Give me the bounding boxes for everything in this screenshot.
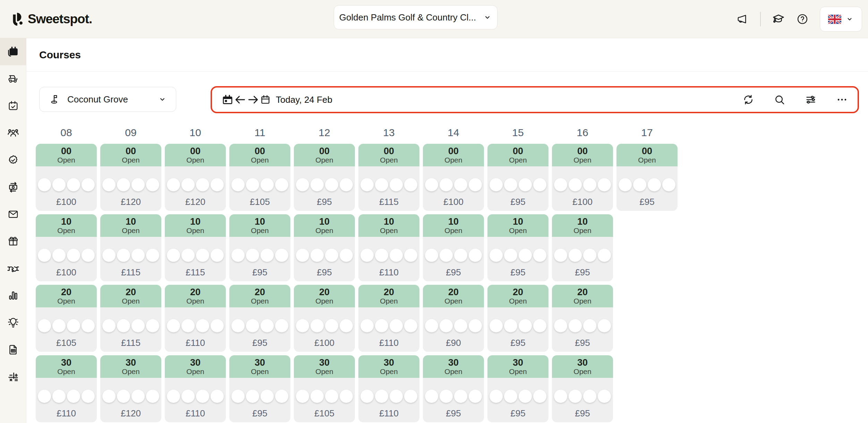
player-slot[interactable] — [131, 390, 145, 403]
player-slot[interactable] — [261, 249, 274, 262]
player-slot[interactable] — [102, 390, 116, 403]
tee-time-card[interactable]: 20Open£110 — [358, 285, 419, 352]
player-slot[interactable] — [102, 249, 116, 262]
player-slot[interactable] — [454, 319, 467, 332]
calendar-today-icon[interactable] — [222, 94, 233, 106]
sidebar-item-memberships[interactable] — [0, 147, 26, 174]
player-slot[interactable] — [296, 319, 309, 332]
filter-sliders-icon[interactable] — [805, 94, 817, 106]
tee-time-card[interactable]: 10Open£110 — [358, 214, 419, 281]
player-slot[interactable] — [131, 178, 145, 191]
player-slot[interactable] — [52, 178, 66, 191]
player-slot[interactable] — [261, 390, 274, 403]
tee-time-card[interactable]: 10Open£115 — [100, 214, 161, 281]
tee-time-card[interactable]: 10Open£95 — [487, 214, 548, 281]
tee-time-card[interactable]: 20Open£90 — [423, 285, 484, 352]
player-slot[interactable] — [52, 249, 66, 262]
graduation-cap-icon[interactable] — [772, 13, 785, 26]
player-slot[interactable] — [425, 249, 438, 262]
player-slot[interactable] — [425, 319, 438, 332]
player-slot[interactable] — [633, 178, 646, 191]
more-options-icon[interactable] — [836, 94, 848, 106]
player-slot[interactable] — [533, 319, 546, 332]
tee-time-card[interactable]: 20Open£95 — [552, 285, 613, 352]
player-slot[interactable] — [67, 319, 80, 332]
tee-time-card[interactable]: 30Open£95 — [229, 355, 290, 422]
player-slot[interactable] — [390, 178, 403, 191]
player-slot[interactable] — [167, 319, 180, 332]
previous-day-arrow-icon[interactable] — [233, 93, 247, 106]
player-slot[interactable] — [454, 249, 467, 262]
player-slot[interactable] — [569, 390, 582, 403]
player-slot[interactable] — [82, 178, 95, 191]
player-slot[interactable] — [533, 249, 546, 262]
tee-time-card[interactable]: 30Open£110 — [165, 355, 226, 422]
player-slot[interactable] — [360, 249, 374, 262]
player-slot[interactable] — [440, 319, 453, 332]
tee-time-card[interactable]: 20Open£115 — [100, 285, 161, 352]
player-slot[interactable] — [296, 390, 309, 403]
player-slot[interactable] — [181, 390, 195, 403]
player-slot[interactable] — [583, 319, 596, 332]
player-slot[interactable] — [275, 178, 288, 191]
tee-time-card[interactable]: 00Open£105 — [229, 144, 290, 211]
player-slot[interactable] — [504, 319, 517, 332]
tee-time-card[interactable]: 10Open£95 — [552, 214, 613, 281]
player-slot[interactable] — [146, 249, 159, 262]
player-slot[interactable] — [310, 390, 324, 403]
player-slot[interactable] — [404, 319, 417, 332]
tee-time-card[interactable]: 10Open£95 — [294, 214, 355, 281]
player-slot[interactable] — [569, 249, 582, 262]
player-slot[interactable] — [275, 249, 288, 262]
player-slot[interactable] — [296, 178, 309, 191]
player-slot[interactable] — [340, 390, 353, 403]
player-slot[interactable] — [490, 319, 503, 332]
player-slot[interactable] — [519, 319, 532, 332]
player-slot[interactable] — [469, 319, 482, 332]
player-slot[interactable] — [196, 390, 209, 403]
sidebar-item-insights[interactable] — [0, 309, 26, 336]
sidebar-item-members[interactable] — [0, 119, 26, 147]
player-slot[interactable] — [196, 178, 209, 191]
player-slot[interactable] — [454, 390, 467, 403]
player-slot[interactable] — [469, 249, 482, 262]
player-slot[interactable] — [196, 319, 209, 332]
player-slot[interactable] — [440, 178, 453, 191]
player-slot[interactable] — [310, 249, 324, 262]
player-slot[interactable] — [375, 319, 388, 332]
refresh-icon[interactable] — [742, 94, 754, 106]
player-slot[interactable] — [469, 178, 482, 191]
player-slot[interactable] — [167, 178, 180, 191]
player-slot[interactable] — [102, 178, 116, 191]
player-slot[interactable] — [52, 390, 66, 403]
player-slot[interactable] — [519, 390, 532, 403]
player-slot[interactable] — [340, 319, 353, 332]
player-slot[interactable] — [181, 319, 195, 332]
player-slot[interactable] — [390, 319, 403, 332]
player-slot[interactable] — [360, 178, 374, 191]
player-slot[interactable] — [519, 178, 532, 191]
player-slot[interactable] — [38, 178, 51, 191]
club-selector[interactable]: Golden Palms Golf & Country Cl... — [334, 5, 497, 30]
tee-time-card[interactable]: 30Open£110 — [358, 355, 419, 422]
help-icon[interactable] — [796, 13, 809, 25]
player-slot[interactable] — [211, 249, 224, 262]
player-slot[interactable] — [67, 178, 80, 191]
player-slot[interactable] — [360, 319, 374, 332]
tee-time-card[interactable]: 10Open£115 — [165, 214, 226, 281]
player-slot[interactable] — [261, 178, 274, 191]
player-slot[interactable] — [167, 249, 180, 262]
player-slot[interactable] — [583, 178, 596, 191]
player-slot[interactable] — [425, 390, 438, 403]
sidebar-item-statistics[interactable] — [0, 282, 26, 309]
player-slot[interactable] — [533, 178, 546, 191]
player-slot[interactable] — [146, 390, 159, 403]
player-slot[interactable] — [67, 249, 80, 262]
player-slot[interactable] — [504, 390, 517, 403]
sidebar-item-documents[interactable] — [0, 336, 26, 363]
tee-time-card[interactable]: 00Open£95 — [294, 144, 355, 211]
tee-time-card[interactable]: 20Open£110 — [165, 285, 226, 352]
tee-time-card[interactable]: 00Open£100 — [36, 144, 97, 211]
player-slot[interactable] — [360, 390, 374, 403]
player-slot[interactable] — [167, 390, 180, 403]
